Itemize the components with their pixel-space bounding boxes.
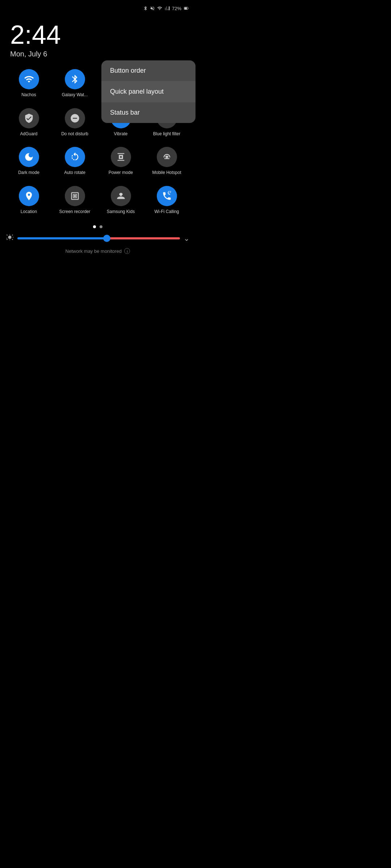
battery-icon [183,6,190,11]
clock-date: Mon, July 6 [10,50,185,58]
tile-galaxy-watch[interactable]: Galaxy Wat... [52,64,98,103]
tile-samsung-kids[interactable]: Samsung Kids [98,181,144,220]
svg-point-5 [122,193,122,194]
blue-light-label: Blue light filter [153,131,180,137]
hotspot-icon [157,147,177,167]
tile-power-mode[interactable]: Power mode [98,142,144,181]
wifi-calling-label: Wi-Fi Calling [154,209,179,215]
samsung-kids-icon [111,186,131,206]
brightness-thumb[interactable] [103,235,110,242]
popup-menu: Button order Quick panel layout Status b… [101,60,196,123]
status-icons: 72% [143,6,190,11]
brightness-track[interactable] [17,237,180,239]
clock-time: 2:44 [10,22,185,48]
hotspot-label: Mobile Hotspot [152,170,181,176]
brightness-icon [6,233,14,243]
dnd-icon [65,108,85,128]
adguard-icon [19,108,39,128]
page-dot-2[interactable] [100,225,102,228]
dark-mode-label: Dark mode [18,170,39,176]
page-dot-1[interactable] [93,225,96,228]
wifi-calling-icon [157,186,177,206]
power-mode-label: Power mode [109,170,133,176]
tile-auto-rotate[interactable]: Auto rotate [52,142,98,181]
wifi-icon [157,6,163,11]
auto-rotate-icon [65,147,85,167]
status-bar: 72% [0,0,196,13]
location-icon [19,186,39,206]
tiles-wrapper: Button order Quick panel layout Status b… [0,64,196,220]
bluetooth-tile-icon [65,69,85,89]
info-icon: i [124,248,130,254]
tile-dnd[interactable]: Do not disturb [52,103,98,142]
samsung-kids-label: Samsung Kids [107,209,135,215]
nachos-label: Nachos [21,92,36,98]
brightness-bar: ⌄ [0,232,196,244]
brightness-chevron[interactable]: ⌄ [184,234,190,243]
dark-mode-icon [19,147,39,167]
screen-recorder-icon [65,186,85,206]
svg-point-4 [119,193,120,194]
svg-rect-1 [184,7,187,9]
tile-screen-recorder[interactable]: Screen recorder [52,181,98,220]
adguard-label: AdGuard [20,131,37,137]
page-dots [0,220,196,232]
svg-point-2 [74,195,76,197]
tile-adguard[interactable]: AdGuard [6,103,52,142]
bluetooth-icon [143,6,148,11]
mute-icon [150,6,155,11]
tile-dark-mode[interactable]: Dark mode [6,142,52,181]
tile-wifi-calling[interactable]: Wi-Fi Calling [144,181,190,220]
galaxy-watch-label: Galaxy Wat... [62,92,88,98]
signal-icon [164,6,170,11]
location-label: Location [21,209,37,215]
dnd-label: Do not disturb [61,131,88,137]
screen-recorder-label: Screen recorder [59,209,90,215]
battery-text: 72% [172,6,181,11]
power-mode-icon [111,147,131,167]
popup-button-order[interactable]: Button order [101,60,196,81]
wifi-tile-icon [19,69,39,89]
tile-nachos[interactable]: Nachos [6,64,52,103]
network-warning: Network may be monitored i [0,244,196,256]
tile-location[interactable]: Location [6,181,52,220]
clock-section: 2:44 Mon, July 6 [0,13,196,64]
popup-quick-panel-layout[interactable]: Quick panel layout [101,81,196,102]
tile-hotspot[interactable]: Mobile Hotspot [144,142,190,181]
popup-status-bar[interactable]: Status bar [101,102,196,123]
vibrate-label: Vibrate [114,131,128,137]
auto-rotate-label: Auto rotate [64,170,85,176]
